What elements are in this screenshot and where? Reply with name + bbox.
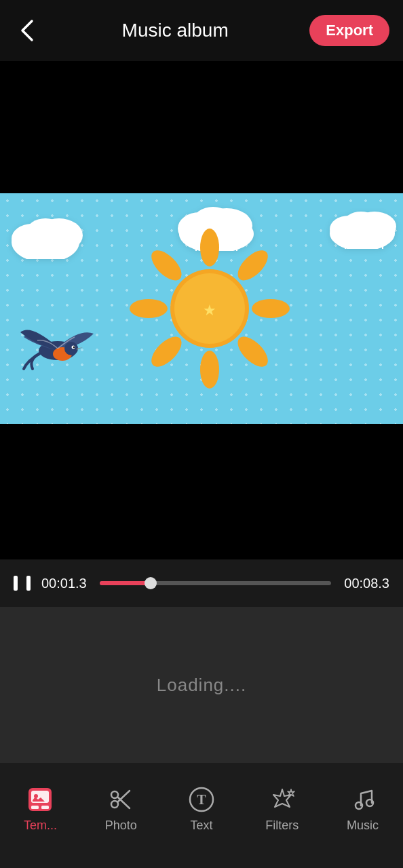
video-black-top bbox=[0, 61, 403, 193]
cloud-left bbox=[8, 205, 96, 262]
timeline-area: Loading.... bbox=[0, 607, 403, 763]
pause-button[interactable] bbox=[14, 576, 31, 591]
sun: ★ bbox=[128, 227, 291, 390]
nav-label-filters: Filters bbox=[265, 818, 299, 833]
nav-label-music: Music bbox=[347, 818, 379, 833]
svg-point-36 bbox=[73, 347, 74, 348]
svg-point-25 bbox=[200, 351, 219, 389]
svg-text:★: ★ bbox=[203, 302, 216, 319]
svg-rect-39 bbox=[31, 806, 39, 809]
progress-track[interactable] bbox=[100, 581, 331, 585]
export-button[interactable]: Export bbox=[309, 15, 389, 46]
svg-point-26 bbox=[147, 332, 187, 372]
svg-rect-40 bbox=[41, 806, 49, 809]
pause-bar-right bbox=[26, 576, 31, 591]
cloud-right bbox=[322, 198, 403, 252]
music-icon bbox=[348, 785, 378, 814]
svg-point-23 bbox=[252, 299, 290, 318]
nav-item-text[interactable]: T Text bbox=[174, 785, 229, 833]
loading-text: Loading.... bbox=[157, 675, 246, 696]
svg-point-17 bbox=[343, 212, 379, 236]
photo-icon bbox=[106, 785, 136, 814]
svg-point-21 bbox=[200, 229, 219, 267]
page-title: Music album bbox=[122, 20, 229, 41]
svg-point-34 bbox=[64, 342, 78, 355]
nav-item-photo[interactable]: Photo bbox=[94, 785, 148, 833]
header: Music album Export bbox=[0, 0, 403, 61]
nav-item-music[interactable]: Music bbox=[336, 785, 390, 833]
bottom-nav: Tem... Photo T Text bbox=[0, 763, 403, 868]
svg-line-44 bbox=[117, 797, 130, 808]
nav-item-template[interactable]: Tem... bbox=[13, 785, 67, 833]
video-black-bottom bbox=[0, 424, 403, 559]
text-icon: T bbox=[187, 785, 216, 814]
template-icon bbox=[25, 785, 55, 814]
time-current: 00:01.3 bbox=[41, 576, 89, 591]
progress-fill bbox=[100, 581, 151, 585]
svg-point-28 bbox=[147, 245, 187, 285]
nav-label-template: Tem... bbox=[24, 818, 57, 833]
nav-label-photo: Photo bbox=[105, 818, 137, 833]
svg-text:T: T bbox=[197, 792, 206, 807]
nav-item-filters[interactable]: Filters bbox=[255, 785, 309, 833]
filters-icon bbox=[267, 785, 297, 814]
video-frame: ★ bbox=[0, 193, 403, 424]
time-total: 00:08.3 bbox=[342, 576, 389, 591]
svg-point-27 bbox=[130, 299, 168, 318]
svg-point-22 bbox=[233, 245, 273, 285]
nav-label-text: Text bbox=[190, 818, 212, 833]
pause-bar-left bbox=[14, 576, 18, 591]
progress-thumb bbox=[145, 577, 157, 589]
back-button[interactable] bbox=[14, 17, 41, 44]
svg-point-3 bbox=[26, 218, 64, 245]
svg-point-24 bbox=[233, 332, 273, 372]
svg-line-45 bbox=[117, 791, 130, 802]
bird bbox=[20, 320, 88, 368]
controls-bar: 00:01.3 00:08.3 bbox=[0, 559, 403, 607]
